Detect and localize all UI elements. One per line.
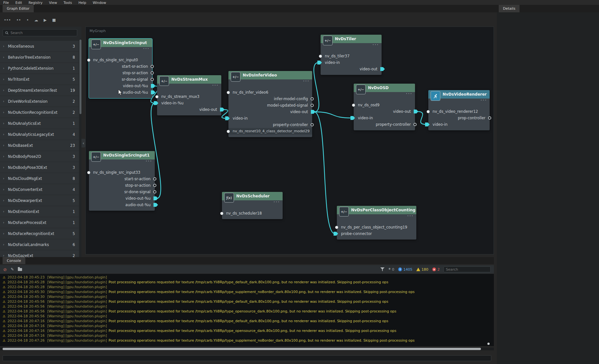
graph-node-renderer[interactable]: NvDsVideoRenderer•••nv_ds_video_renderer… (428, 90, 490, 130)
node-options-dots[interactable]: ••• (303, 80, 310, 83)
filter-funnel-icon[interactable] (380, 267, 385, 271)
console-hscrollbar-thumb[interactable] (3, 348, 481, 350)
extension-category-row[interactable]: › PythonCodeletExtension 1 (0, 63, 79, 74)
video-in-marker[interactable] (350, 116, 355, 120)
sidebar-search-input[interactable] (10, 31, 75, 35)
component-dot-marker[interactable] (87, 59, 90, 62)
sidebar-scrollbar-thumb[interactable] (79, 40, 81, 114)
signal-ring-marker[interactable] (153, 184, 156, 187)
log-line[interactable]: ⚠2022-04-18 20:47:16[Warning] [gpu.found… (3, 323, 494, 328)
signal-ring-marker[interactable] (153, 177, 156, 181)
extension-category-row[interactable]: › NvDsFacialLandmarks 6 (0, 239, 79, 250)
menu-item[interactable]: Window (93, 1, 106, 5)
extension-category-row[interactable]: › NvDsCloudMsgExt 8 (0, 173, 79, 184)
log-line[interactable]: ⚠2022-04-18 20:45:56[Warning] [gpu.found… (3, 304, 494, 309)
extension-category-row[interactable]: › NvDsAnalyticsExt 1 (0, 118, 79, 129)
node-options-dots[interactable]: ••• (212, 84, 219, 87)
component-dot-marker[interactable] (427, 110, 430, 113)
component-dot-marker[interactable] (87, 171, 90, 174)
graph-node-tiler[interactable]: NvDsTiler+∕−•••nv_ds_tiler37video-invide… (321, 35, 382, 75)
log-line[interactable]: ⚠2022-04-18 20:45:28[Warning] [gpu.found… (3, 280, 494, 285)
edit-log-icon[interactable]: ✎ (11, 267, 14, 272)
log-line[interactable]: ⚠2022-04-18 20:45:56[Warning] [gpu.found… (3, 299, 494, 304)
log-line[interactable]: ⚠2022-04-18 20:47:16[Warning] [gpu.found… (3, 328, 494, 333)
filter-count-badge[interactable]: * 0 (388, 267, 394, 272)
sidebar-collapse-handle[interactable]: ‹ (81, 139, 85, 147)
graph-edge[interactable] (314, 63, 319, 112)
extension-category-row[interactable]: › NvDsBodyPose3DExt 3 (0, 162, 79, 173)
graph-canvas[interactable]: MyGraph NvDsSingleSrcInput+∕−•••nv_ds_si… (85, 27, 494, 254)
graph-node-counting[interactable]: NvDsPerClassObjectCounting+∕−•••nv_ds_pe… (337, 206, 416, 240)
menu-item[interactable]: Edit (16, 1, 22, 5)
open-log-folder-icon[interactable] (18, 268, 22, 271)
signal-ring-marker[interactable] (311, 123, 314, 126)
component-dot-marker[interactable] (220, 212, 223, 215)
stop-icon[interactable]: ■ (52, 17, 56, 23)
tab-graph-editor[interactable]: Graph Editor (3, 5, 34, 12)
graph-edge[interactable] (314, 112, 335, 234)
console-hscrollbar[interactable] (0, 347, 494, 350)
error-count-badge[interactable]: x 2 (432, 267, 440, 272)
console-search-input[interactable] (444, 266, 491, 272)
signal-ring-marker[interactable] (151, 71, 154, 75)
graph-node-infer[interactable]: NvDsInferVideo+∕−•••nv_ds_infer_video6in… (228, 71, 312, 137)
menu-item[interactable]: View (49, 1, 57, 5)
signal-ring-marker[interactable] (413, 123, 417, 126)
node-options-dots[interactable]: ••• (143, 47, 150, 50)
signal-ring-marker[interactable] (311, 97, 314, 100)
graph-edge[interactable] (314, 112, 352, 118)
video-in-marker[interactable] (317, 61, 322, 65)
log-scrollbar-thumb[interactable] (487, 343, 490, 345)
video-in-marker[interactable] (334, 232, 338, 236)
log-line[interactable]: ⚠2022-04-18 20:47:26[Warning] [gpu.found… (3, 338, 494, 343)
extension-category-row[interactable]: › NvDsBodyPose2D 3 (0, 151, 79, 162)
warning-count-badge[interactable]: 180 (416, 267, 428, 272)
node-options-dots[interactable]: ••• (373, 43, 379, 46)
log-line[interactable]: ⚠2022-04-18 20:45:56[Warning] [gpu.found… (3, 314, 494, 319)
tab-console[interactable]: Console (3, 257, 25, 264)
node-options-dots[interactable]: ••• (481, 99, 487, 102)
video-in-marker[interactable] (154, 101, 158, 105)
sidebar-scrollbar[interactable] (79, 39, 81, 257)
extension-category-row[interactable]: › NvDsConverterExt 4 (0, 184, 79, 195)
extension-category-row[interactable]: › NvDsFaceRecognitionExt 5 (0, 228, 79, 239)
graph-node-scheduler[interactable]: NvDsSchedulerƒ(x)•••nv_ds_scheduler18 (222, 192, 283, 219)
menu-item[interactable]: Tools (64, 1, 72, 5)
graph-node-src1[interactable]: NvDsSingleSrcInput1+∕−•••nv_ds_single_sr… (89, 151, 155, 211)
clear-console-icon[interactable]: ⊘ (3, 267, 7, 272)
extension-category-row[interactable]: › NvDsAnalyticsLegacyExt 4 (0, 129, 79, 140)
log-line[interactable]: ⚠2022-04-18 20:45:56[Warning] [gpu.found… (3, 309, 494, 314)
extension-category-row[interactable]: › BehaviorTreeExtension 8 (0, 52, 79, 63)
extension-category-row[interactable]: › DeepStreamExtensionTest 19 (0, 85, 79, 96)
more-dots-icon[interactable]: ••• (4, 17, 11, 23)
console-command-input[interactable] (3, 355, 491, 361)
cloud-upload-icon[interactable]: ☁ (34, 17, 38, 23)
tab-details[interactable]: Details (499, 5, 520, 12)
extension-category-row[interactable]: › DriveWorksExtension 2 (0, 96, 79, 107)
menu-item[interactable]: Help (79, 1, 86, 5)
graph-node-osd[interactable]: NvDsOSD+∕−•••nv_ds_osd9video-outvideo-in… (354, 84, 415, 130)
two-dots-icon[interactable]: •• (16, 17, 21, 23)
extension-category-row[interactable]: › NvDsEmotionExt 1 (0, 206, 79, 217)
graph-edge[interactable] (417, 112, 426, 124)
video-in-marker[interactable] (225, 116, 230, 120)
signal-ring-marker[interactable] (488, 116, 491, 120)
menu-item[interactable]: Registry (29, 1, 43, 5)
log-line[interactable]: ⚠2022-04-18 20:45:23[Warning] [gpu.found… (3, 275, 494, 280)
component-dot-marker[interactable] (352, 104, 355, 107)
menu-item[interactable]: File (3, 1, 9, 5)
signal-ring-marker[interactable] (153, 190, 156, 194)
info-count-badge[interactable]: i 1405 (398, 267, 412, 272)
component-dot-marker[interactable] (227, 91, 230, 94)
extension-category-row[interactable]: › NvTritonExt 5 (0, 74, 79, 85)
node-options-dots[interactable]: ••• (274, 201, 280, 204)
log-line[interactable]: ⚠2022-04-18 20:47:16[Warning] [gpu.found… (3, 319, 494, 323)
one-dot-icon[interactable]: • (26, 17, 29, 23)
log-line[interactable]: ⚠2022-04-18 20:45:30[Warning] [gpu.found… (3, 294, 494, 299)
play-icon[interactable]: ▶ (43, 17, 46, 23)
extension-category-row[interactable]: › NvDsFaceProcessExt 1 (0, 217, 79, 228)
node-options-dots[interactable]: ••• (407, 215, 414, 217)
log-line[interactable]: ⚠2022-04-18 20:45:30[Warning] [gpu.found… (3, 289, 494, 294)
node-options-dots[interactable]: ••• (406, 92, 412, 95)
component-dot-marker[interactable] (335, 226, 338, 229)
